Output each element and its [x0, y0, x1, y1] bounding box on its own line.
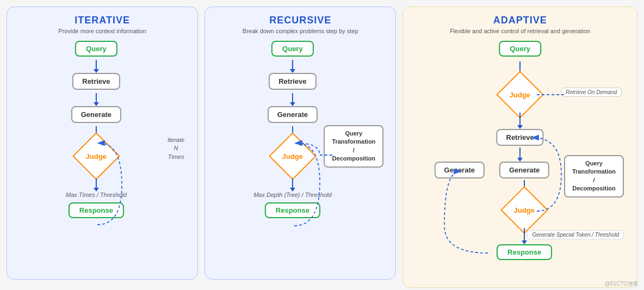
adaptive-judge1: Judge: [496, 71, 544, 119]
recursive-judge: Judge: [269, 132, 317, 180]
iterative-panel: ITERATIVE Provide more context informati…: [7, 7, 198, 280]
recursive-retrieve: Retrieve: [269, 73, 316, 90]
iterative-threshold: Max Times / Threshold: [66, 192, 127, 198]
adaptive-panel: ADAPTIVE Flexible and active control of …: [403, 7, 637, 288]
recursive-query: Query: [271, 41, 314, 57]
adp-arrow5: [524, 228, 525, 241]
adaptive-judge2: Judge: [500, 186, 548, 234]
adp-arrow3: [519, 147, 521, 158]
arrow-query-retrieve: [96, 60, 97, 70]
main-container: ITERATIVE Provide more context informati…: [7, 7, 637, 288]
adaptive-qtd: Query Transformation / Decomposition: [564, 155, 624, 198]
adaptive-title: ADAPTIVE: [412, 15, 628, 26]
arrow-judge-response: [96, 178, 97, 188]
recursive-threshold: Max Depth (Tree) / Threshold: [253, 192, 331, 198]
iterative-response: Response: [69, 202, 124, 218]
iterative-retrieve: Retrieve: [72, 73, 120, 90]
retrieve-on-demand: Retrieve On Demand: [561, 88, 622, 97]
recursive-response: Response: [265, 202, 320, 218]
iterative-judge: Judge: [72, 132, 120, 180]
adaptive-threshold-label: Generate Special Token / Threshold: [527, 230, 624, 239]
iterative-content: Query Retrieve Generate Judge Max Times …: [16, 41, 189, 269]
adaptive-response-wrapper: Response: [497, 244, 552, 260]
watermark: @51CTO博客: [605, 280, 639, 288]
adaptive-query-wrapper: Query: [499, 41, 541, 57]
adaptive-judge1-wrapper: Judge: [503, 78, 537, 112]
recursive-panel: RECURSIVE Break down complex problems st…: [205, 7, 396, 280]
iterative-generate: Generate: [71, 106, 121, 123]
adaptive-qtd-wrapper: Query Transformation / Decomposition: [564, 155, 624, 198]
rec-arrow4: [292, 178, 293, 188]
recursive-qtd-box: Query Transformation / Decomposition: [324, 125, 383, 168]
adaptive-content: Query Judge Retrieve On Demand Retrieve: [412, 41, 628, 277]
adaptive-judge2-wrapper: Judge: [507, 193, 541, 227]
iterative-note: IterateNTimes: [168, 136, 184, 161]
adaptive-retrieve-wrapper: Retrieve: [497, 129, 544, 146]
arrow-retrieve-generate: [96, 93, 97, 103]
adaptive-query: Query: [499, 41, 541, 57]
rec-arrow1: [292, 60, 293, 70]
adp-arrow2: [519, 113, 521, 126]
recursive-generate: Generate: [268, 106, 318, 123]
adaptive-generate-left-wrapper: Generate: [435, 162, 485, 178]
adaptive-generate-left: Generate: [435, 162, 485, 178]
adaptive-generate-right-wrapper: Generate: [499, 162, 549, 178]
adaptive-subtitle: Flexible and active control of retrieval…: [412, 28, 628, 34]
iterative-query: Query: [75, 41, 117, 57]
recursive-subtitle: Break down complex problems step by step: [214, 28, 387, 34]
recursive-title: RECURSIVE: [214, 15, 387, 26]
adaptive-generate-right: Generate: [499, 162, 549, 178]
iterative-subtitle: Provide more context information: [16, 28, 189, 34]
adaptive-response: Response: [497, 244, 552, 260]
recursive-qtd: Query Transformation / Decomposition: [324, 125, 383, 168]
recursive-content: Query Retrieve Generate Judge Max Depth …: [214, 41, 387, 269]
adaptive-retrieve: Retrieve: [497, 129, 544, 146]
rec-arrow2: [292, 93, 293, 103]
iterative-title: ITERATIVE: [16, 15, 189, 26]
